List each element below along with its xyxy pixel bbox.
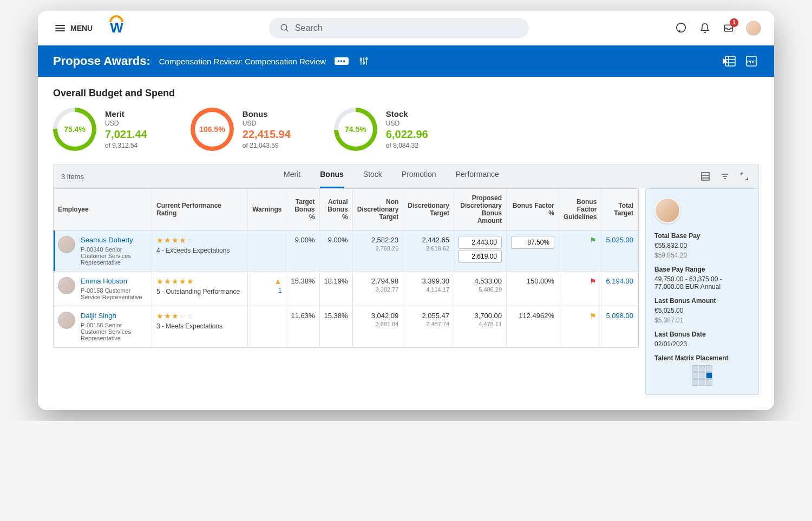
tab-promotion[interactable]: Promotion	[402, 170, 436, 183]
page-title: Propose Awards:	[53, 54, 150, 68]
budget-card-merit: 75.4% Merit USD 7,021.44 of 9,312.54	[53, 108, 147, 151]
disc-target: 2,442.652,618.62	[403, 230, 454, 272]
card-title: Merit	[105, 109, 147, 118]
employee-name[interactable]: Daljit Singh	[81, 312, 147, 320]
employee-avatar	[58, 312, 75, 329]
detail-avatar	[654, 197, 680, 223]
rating-stars: ★★★☆☆	[156, 312, 243, 320]
table-row[interactable]: Emma Hobson P-00158 Customer Service Rep…	[54, 272, 638, 306]
employee-avatar	[58, 277, 75, 294]
logo-arc-icon	[109, 15, 123, 22]
column-header[interactable]: Bonus Factor %	[507, 189, 559, 230]
excel-icon	[722, 55, 736, 67]
bonus-factor-input[interactable]	[511, 236, 554, 249]
menu-button[interactable]: MENU	[51, 19, 97, 37]
target-bonus-pct: 9.00%	[286, 230, 319, 272]
card-title: Bonus	[243, 109, 291, 118]
proposed-amount-input-secondary[interactable]	[459, 250, 502, 263]
section-title: Overall Budget and Spend	[53, 88, 759, 99]
search-icon	[280, 23, 290, 33]
rating-stars: ★★★★★	[156, 277, 243, 286]
disc-target: 2,055.472,487.74	[403, 306, 454, 347]
column-header[interactable]: Target Bonus %	[286, 189, 319, 230]
export-excel-button[interactable]	[722, 55, 736, 67]
menu-label: MENU	[70, 24, 93, 32]
awards-table: EmployeeCurrent Performance RatingWarnin…	[54, 189, 638, 347]
rating-text: 4 - Exceeds Expectations	[156, 247, 243, 254]
user-avatar[interactable]	[746, 21, 761, 36]
search-placeholder: Search	[295, 23, 323, 33]
donut-chart: 75.4%	[53, 108, 96, 151]
tab-stock[interactable]: Stock	[363, 170, 382, 183]
employee-name[interactable]: Emma Hobson	[81, 277, 147, 285]
donut-chart: 74.5%	[334, 108, 377, 151]
chat-button[interactable]	[675, 22, 687, 35]
tab-merit[interactable]: Merit	[284, 170, 300, 183]
table-row[interactable]: Seamus Doherty P-00340 Senior Customer S…	[54, 230, 638, 272]
talent-matrix	[692, 365, 712, 386]
svg-text:PDF: PDF	[747, 60, 756, 64]
bonus-factor: 112.4962%	[507, 306, 559, 347]
search-input[interactable]: Search	[269, 18, 529, 38]
column-header[interactable]: Total Target	[601, 189, 638, 230]
column-header[interactable]: Non Discretionary Target	[352, 189, 403, 230]
proposed-amount: 4,533.005,486.29	[454, 272, 507, 306]
column-header[interactable]: Proposed Discretionary Bonus Amount	[454, 189, 507, 230]
matrix-cell	[699, 379, 705, 386]
donut-percent: 75.4%	[57, 112, 92, 147]
matrix-cell	[706, 365, 712, 372]
column-header[interactable]: Discretionary Target	[403, 189, 454, 230]
total-target[interactable]: 5,025.00	[601, 230, 638, 272]
actual-bonus-pct: 18.19%	[319, 272, 352, 306]
employee-detail-panel: Total Base Pay €55,832.00 $59,854.20 Bas…	[645, 188, 759, 395]
warning-count[interactable]: 1	[252, 287, 281, 294]
label-total-base: Total Base Pay	[654, 232, 750, 240]
card-currency: USD	[105, 120, 147, 127]
employee-subtitle: P-00340 Senior Customer Services Represe…	[81, 246, 147, 266]
export-pdf-button[interactable]: PDF	[745, 55, 759, 67]
related-actions-button[interactable]: •••	[335, 57, 349, 65]
warning-icon: ▲	[274, 277, 282, 286]
rating-text: 3 - Meets Expectations	[156, 322, 243, 330]
budget-card-stock: 74.5% Stock USD 6,022.96 of 8,084.32	[334, 108, 428, 151]
column-header[interactable]: Warnings	[248, 189, 286, 230]
employee-name[interactable]: Seamus Doherty	[81, 236, 147, 244]
expand-button[interactable]	[738, 170, 751, 183]
sliders-icon	[359, 56, 369, 66]
guidelines-cell: ⚑	[559, 306, 601, 347]
inbox-button[interactable]: 1	[722, 22, 735, 35]
value-total-base: €55,832.00	[654, 242, 750, 249]
disc-target: 3,399.304,114.17	[403, 272, 454, 306]
rating-text: 5 - Outstanding Performance	[156, 288, 243, 295]
flag-icon: ⚑	[590, 312, 597, 320]
bonus-factor: 150.00%	[507, 272, 559, 306]
tab-performance[interactable]: Performance	[456, 170, 499, 183]
label-range: Base Pay Range	[654, 266, 750, 273]
target-bonus-pct: 11.63%	[286, 306, 319, 347]
proposed-amount: 3,700.004,478.11	[454, 306, 507, 347]
value-total-base-sub: $59,854.20	[654, 252, 750, 259]
pdf-icon: PDF	[745, 55, 758, 67]
column-header[interactable]: Employee	[54, 189, 152, 230]
settings-button[interactable]	[357, 55, 370, 68]
svg-point-2	[677, 23, 686, 32]
expand-icon	[740, 172, 749, 181]
total-target[interactable]: 6,194.00	[601, 272, 638, 306]
tab-bonus[interactable]: Bonus	[320, 170, 344, 183]
filter-button[interactable]	[718, 170, 731, 183]
column-header[interactable]: Bonus Factor Guidelines	[559, 189, 601, 230]
workday-logo[interactable]: W	[110, 19, 123, 36]
svg-point-7	[363, 62, 364, 64]
column-header[interactable]: Actual Bonus %	[319, 189, 352, 230]
total-target[interactable]: 5,098.00	[601, 306, 638, 347]
table-row[interactable]: Daljit Singh P-00156 Senior Customer Ser…	[54, 306, 638, 347]
matrix-cell	[692, 372, 698, 379]
matrix-cell	[699, 365, 705, 372]
svg-point-9	[366, 58, 368, 60]
grid-view-button[interactable]	[699, 170, 712, 183]
label-last-bonus: Last Bonus Amount	[654, 297, 750, 305]
proposed-amount-input[interactable]	[459, 236, 502, 249]
notifications-button[interactable]	[698, 22, 711, 35]
column-header[interactable]: Current Performance Rating	[152, 189, 248, 230]
label-last-date: Last Bonus Date	[654, 331, 750, 338]
